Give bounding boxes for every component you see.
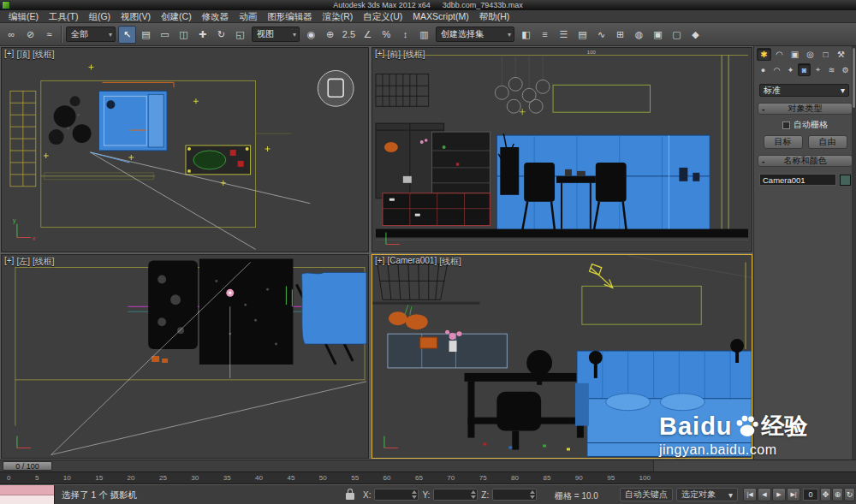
menu-item[interactable]: 创建(C) — [156, 10, 197, 23]
rendered-frame-window-icon[interactable]: ▢ — [668, 26, 686, 44]
menu-item[interactable]: 图形编辑器 — [262, 10, 318, 23]
unlink-selection-icon[interactable]: ⊘ — [21, 26, 39, 44]
viewport-front[interactable]: [+] [前] [线框] 100 — [372, 47, 752, 252]
menu-item[interactable]: 帮助(H) — [474, 10, 515, 23]
viewport-menu-shading[interactable]: [线框] — [33, 256, 55, 268]
graphite-ribbon-icon[interactable]: ▤ — [574, 26, 591, 44]
viewport-top[interactable]: [+] [顶] [线框] — [1, 47, 369, 252]
reference-coordinate-dropdown[interactable]: 视图▾ — [252, 27, 300, 42]
bed-object-top[interactable] — [98, 91, 167, 151]
y-coordinate-field[interactable] — [433, 489, 478, 501]
create-tab-icon[interactable]: ✱ — [757, 48, 771, 61]
menu-item[interactable]: 自定义(U) — [358, 10, 407, 23]
angle-snap-icon[interactable]: ∠ — [359, 26, 377, 44]
viewport-menu-pov[interactable]: [前] — [387, 49, 401, 61]
systems-category-icon[interactable]: ⚙ — [839, 63, 852, 76]
menu-item[interactable]: 修改器 — [197, 10, 235, 23]
free-camera-button[interactable]: 自由 — [808, 135, 847, 149]
lock-selection-icon[interactable] — [346, 493, 354, 500]
menu-item[interactable]: MAXScript(M) — [407, 10, 473, 23]
select-and-link-icon[interactable]: ∞ — [3, 26, 21, 44]
named-selection-sets-dropdown[interactable]: 创建选择集▾ — [436, 27, 514, 42]
render-production-icon[interactable]: ◆ — [687, 26, 704, 44]
menu-item[interactable]: 组(G) — [83, 10, 116, 23]
motion-tab-icon[interactable]: ◎ — [803, 48, 817, 61]
app-icon[interactable] — [2, 1, 10, 9]
orbit-icon[interactable]: ↻ — [844, 488, 855, 501]
zoom-icon[interactable]: ⊕ — [832, 488, 843, 501]
viewport-menu-pov[interactable]: [左] — [16, 256, 30, 268]
time-slider-handle[interactable]: 0 / 100 — [3, 461, 52, 471]
utilities-tab-icon[interactable]: ⚒ — [834, 48, 848, 61]
viewport-menu-general[interactable]: [+] — [4, 49, 14, 61]
viewport-menu-pov[interactable]: [Camera001] — [387, 256, 437, 268]
autogrid-checkbox[interactable] — [782, 122, 790, 129]
object-color-swatch[interactable] — [840, 175, 851, 186]
display-cabinet-object[interactable] — [432, 132, 490, 193]
select-and-scale-icon[interactable]: ◱ — [231, 26, 249, 44]
hierarchy-tab-icon[interactable]: ▣ — [788, 48, 802, 61]
time-slider-track[interactable]: 0 / 100 — [0, 460, 654, 472]
key-filter-dropdown[interactable]: 选定对象 ▾ — [676, 488, 738, 501]
x-coordinate-field[interactable] — [374, 489, 419, 501]
select-by-name-icon[interactable]: ▤ — [137, 26, 155, 44]
align-icon[interactable]: ≡ — [536, 26, 554, 44]
modify-tab-icon[interactable]: ◠ — [772, 48, 787, 61]
menu-item[interactable]: 工具(T) — [44, 10, 83, 23]
object-type-rollout[interactable]: - 对象类型 — [758, 103, 853, 115]
select-and-manipulate-icon[interactable]: ⊕ — [321, 26, 339, 44]
name-and-color-rollout[interactable]: - 名称和颜色 — [758, 155, 853, 167]
viewport-menu-pov[interactable]: [顶] — [16, 49, 30, 61]
percent-snap-icon[interactable]: % — [377, 26, 395, 44]
panel-scrollbar[interactable] — [852, 46, 856, 460]
viewport-menu-general[interactable]: [+] — [4, 256, 14, 268]
use-pivot-point-icon[interactable]: ◉ — [302, 26, 320, 44]
schematic-view-icon[interactable]: ⊞ — [611, 26, 629, 44]
menu-item[interactable]: 渲染(R) — [318, 10, 359, 23]
previous-frame-button[interactable]: ◀ — [758, 488, 771, 501]
play-button[interactable]: ▶ — [772, 488, 786, 501]
object-name-field[interactable]: Camera001 — [759, 174, 836, 186]
layer-manager-icon[interactable]: ☰ — [555, 26, 573, 44]
shelf-stack-silhouette[interactable] — [148, 261, 198, 350]
tv-object[interactable] — [500, 147, 519, 195]
maxscript-mini-listener[interactable] — [0, 485, 55, 504]
select-and-move-icon[interactable]: ✚ — [193, 26, 211, 44]
space-warps-category-icon[interactable]: ≋ — [825, 63, 838, 76]
flower-decor-object[interactable] — [226, 289, 234, 297]
cameras-category-icon[interactable]: ◙ — [798, 63, 811, 76]
camera-type-dropdown[interactable]: 标准 ▾ — [759, 84, 849, 97]
select-object-icon[interactable]: ↖ — [118, 26, 136, 44]
mirror-icon[interactable]: ◧ — [517, 26, 535, 44]
steering-wheel-ghost-icon[interactable] — [318, 70, 354, 106]
top-viewport-canvas[interactable]: x y — [2, 48, 368, 252]
z-coordinate-field[interactable] — [492, 489, 537, 501]
bind-to-space-warp-icon[interactable]: ≈ — [40, 26, 58, 44]
front-viewport-canvas[interactable]: 100 — [372, 48, 752, 252]
left-viewport-canvas[interactable] — [2, 255, 368, 458]
curve-editor-icon[interactable]: ∿ — [592, 26, 610, 44]
dining-table-object[interactable] — [186, 145, 251, 175]
auto-key-button[interactable]: 自动关键点 — [620, 488, 673, 501]
shapes-category-icon[interactable]: ◠ — [770, 63, 783, 76]
menu-item[interactable]: 编辑(E) — [3, 10, 44, 23]
viewport-menu-shading[interactable]: [线框] — [33, 49, 55, 61]
furniture-mass-silhouette[interactable] — [199, 259, 293, 365]
menu-item[interactable]: 视图(V) — [116, 10, 156, 23]
viewport-menu-general[interactable]: [+] — [375, 49, 384, 61]
track-bar[interactable]: 0510152025303540455055606570758085909510… — [0, 471, 856, 484]
viewport-left[interactable]: [+] [左] [线框] — [1, 254, 369, 459]
spinner-snap-icon[interactable]: ↕ — [396, 26, 414, 44]
pan-hand-icon[interactable]: ✥ — [820, 488, 831, 501]
target-camera-button[interactable]: 目标 — [764, 135, 803, 149]
menu-item[interactable]: 动画 — [234, 10, 262, 23]
viewport-menu-general[interactable]: [+] — [375, 256, 384, 268]
window-crossing-toggle-icon[interactable]: ◫ — [175, 26, 193, 44]
current-frame-field[interactable]: 0 — [803, 489, 818, 501]
lights-category-icon[interactable]: ✦ — [784, 63, 797, 76]
selection-filter-dropdown[interactable]: 全部▾ — [66, 27, 116, 42]
material-editor-icon[interactable]: ◍ — [630, 26, 648, 44]
select-and-rotate-icon[interactable]: ↻ — [212, 26, 230, 44]
display-tab-icon[interactable]: □ — [818, 48, 833, 61]
helpers-category-icon[interactable]: ⌖ — [811, 63, 824, 76]
